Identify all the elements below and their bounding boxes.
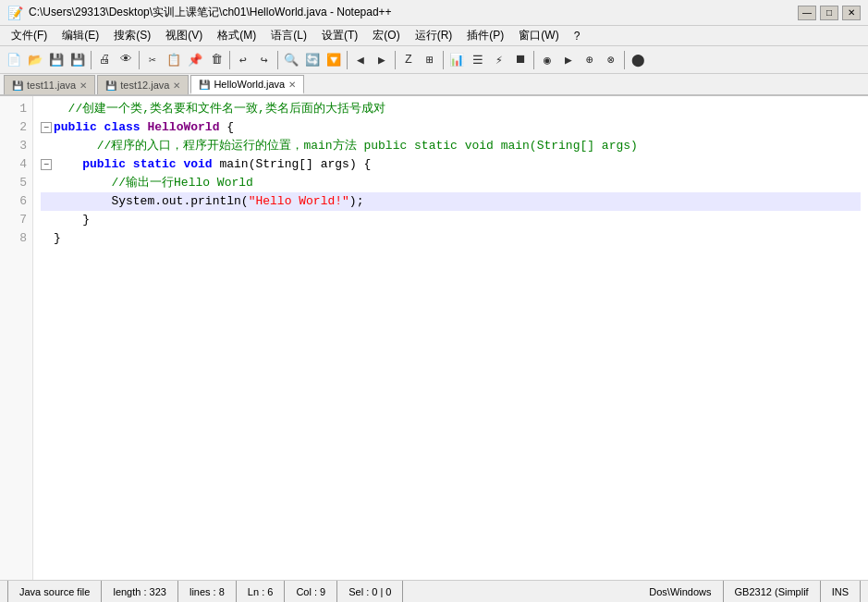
window-title: C:\Users\29313\Desktop\实训上课笔记\ch01\Hello… [29, 5, 798, 20]
code-line: //创建一个类,类名要和文件名一致,类名后面的大括号成对 [41, 100, 861, 118]
menu-item[interactable]: 插件(P) [459, 26, 511, 45]
toolbar-separator [229, 51, 230, 69]
code-token: //输出一行Hello World [111, 174, 252, 192]
toolbar-undo-button[interactable]: ↩ [233, 50, 253, 70]
tab-bar: 💾test11.java✕💾test12.java✕💾HelloWorld.ja… [0, 74, 868, 96]
toolbar-paste-button[interactable]: 📌 [185, 50, 205, 70]
line-number: 2 [6, 118, 27, 137]
code-line: //输出一行Hello World [41, 174, 861, 192]
fold-marker[interactable]: − [41, 122, 52, 133]
menu-item[interactable]: 编辑(E) [55, 26, 106, 45]
menu-item[interactable]: ? [567, 28, 588, 44]
code-token: class [104, 118, 148, 137]
toolbar-separator [347, 51, 348, 69]
menu-bar: 文件(F)编辑(E)搜索(S)视图(V)格式(M)语言(L)设置(T)宏(O)运… [0, 26, 868, 46]
menu-item[interactable]: 语言(L) [263, 26, 314, 45]
code-line: } [41, 229, 861, 248]
window-controls: — □ ✕ [798, 6, 861, 20]
menu-item[interactable]: 格式(M) [210, 26, 263, 45]
line-number: 1 [6, 100, 27, 118]
toolbar-delete-button[interactable]: 🗑 [206, 50, 226, 70]
toolbar-separator [395, 51, 396, 69]
toolbar-next-button[interactable]: ▶ [372, 50, 392, 70]
code-token: void [183, 155, 219, 174]
tab-close-button[interactable]: ✕ [288, 80, 296, 90]
toolbar-save-button[interactable]: 💾 [46, 50, 67, 70]
toolbar-print-button[interactable]: 🖨 [94, 50, 115, 70]
toolbar-separator [624, 51, 625, 69]
toolbar-run-button[interactable]: ⚡ [489, 50, 509, 70]
toolbar-modify-shortcut-button[interactable]: ⊗ [601, 50, 621, 70]
maximize-button[interactable]: □ [820, 6, 838, 20]
tab-test11java[interactable]: 💾test11.java✕ [4, 75, 95, 94]
code-token: //程序的入口，程序开始运行的位置，main方法 public static v… [97, 137, 638, 155]
toolbar-cut-button[interactable]: ✂ [142, 50, 163, 70]
toolbar-copy-button[interactable]: 📋 [164, 50, 184, 70]
code-token [54, 155, 82, 174]
toolbar-go-to-button[interactable]: 🔽 [324, 50, 344, 70]
toolbar-run-multi-button[interactable]: ⊕ [580, 50, 600, 70]
toolbar-zoom-button[interactable]: Z [398, 50, 419, 70]
toolbar-replace-button[interactable]: 🔄 [302, 50, 323, 70]
status-charset: GB2312 (Simplif [724, 581, 821, 602]
toolbar-list-clips-button[interactable]: ☰ [468, 50, 488, 70]
toolbar: 📄📂💾💾🖨👁✂📋📌🗑↩↪🔍🔄🔽◀▶Z⊞📊☰⚡⏹◉▶⊕⊗⬤ [0, 46, 868, 74]
toolbar-record-button[interactable]: ◉ [537, 50, 557, 70]
menu-item[interactable]: 窗口(W) [511, 26, 566, 45]
status-ln: Ln : 6 [237, 581, 286, 602]
menu-item[interactable]: 文件(F) [4, 26, 55, 45]
tab-label: test12.java [120, 80, 169, 91]
toolbar-open-button[interactable]: 📂 [25, 50, 45, 70]
tab-label: HelloWorld.java [214, 79, 285, 90]
toolbar-prev-button[interactable]: ◀ [350, 50, 371, 70]
title-bar: 📝 C:\Users\29313\Desktop\实训上课笔记\ch01\Hel… [0, 0, 868, 26]
code-editor[interactable]: //创建一个类,类名要和文件名一致,类名后面的大括号成对−public clas… [33, 96, 868, 580]
status-length: length : 323 [102, 581, 178, 602]
code-token: "Hello World!" [249, 192, 349, 211]
code-token: static [133, 155, 184, 174]
line-number: 4 [6, 155, 27, 174]
tab-close-button[interactable]: ✕ [173, 80, 180, 91]
code-token [54, 137, 97, 155]
menu-item[interactable]: 运行(R) [408, 26, 460, 45]
toolbar-separator [139, 51, 140, 69]
code-token: //创建一个类,类名要和文件名一致,类名后面的大括号成对 [68, 100, 385, 118]
code-line: − public static void main(String[] args)… [41, 155, 861, 174]
toolbar-print-preview-button[interactable]: 👁 [116, 50, 136, 70]
tab-test12java[interactable]: 💾test12.java✕ [97, 75, 189, 94]
tab-HelloWorldjava[interactable]: 💾HelloWorld.java✕ [190, 75, 304, 94]
tab-close-button[interactable]: ✕ [79, 80, 87, 91]
code-line: //程序的入口，程序开始运行的位置，main方法 public static v… [41, 137, 861, 155]
toolbar-separator [277, 51, 278, 69]
toolbar-separator [91, 51, 92, 69]
toolbar-sync-scroll-button[interactable]: ⊞ [420, 50, 440, 70]
toolbar-redo-button[interactable]: ↪ [254, 50, 275, 70]
code-token: System.out.println( [54, 192, 249, 211]
menu-item[interactable]: 宏(O) [365, 26, 407, 45]
tab-save-icon: 💾 [199, 80, 210, 90]
code-token [54, 174, 111, 192]
minimize-button[interactable]: — [798, 6, 816, 20]
toolbar-stop-button[interactable]: ⏹ [510, 50, 531, 70]
tab-label: test11.java [27, 80, 76, 91]
toolbar-save-all-button[interactable]: 💾 [67, 50, 88, 70]
close-button[interactable]: ✕ [842, 6, 861, 20]
fold-marker[interactable]: − [41, 159, 52, 170]
toolbar-new-button[interactable]: 📄 [4, 50, 24, 70]
app-icon: 📝 [7, 6, 23, 20]
code-token: } [54, 229, 61, 248]
status-col: Col : 9 [285, 581, 337, 602]
menu-item[interactable]: 搜索(S) [106, 26, 158, 45]
toolbar-playback-button[interactable]: ▶ [558, 50, 579, 70]
status-mode: INS [821, 581, 861, 602]
menu-item[interactable]: 设置(T) [314, 26, 365, 45]
menu-item[interactable]: 视图(V) [158, 26, 210, 45]
line-number: 7 [6, 211, 27, 229]
code-line: −public class HelloWorld { [41, 118, 861, 137]
toolbar-trim-button[interactable]: ⬤ [628, 50, 648, 70]
line-number: 3 [6, 137, 27, 155]
code-token: } [54, 211, 90, 229]
toolbar-document-map-button[interactable]: 📊 [446, 50, 467, 70]
tab-save-icon: 💾 [12, 80, 23, 91]
toolbar-find-button[interactable]: 🔍 [281, 50, 301, 70]
